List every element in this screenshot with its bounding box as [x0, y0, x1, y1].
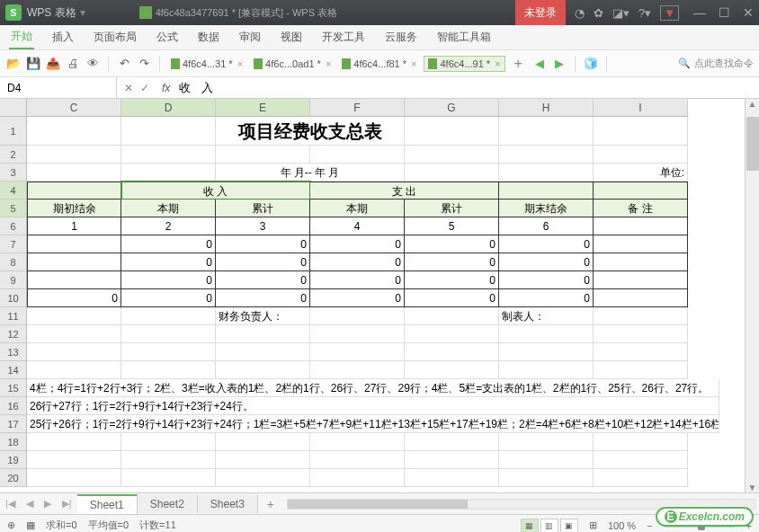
column-header[interactable]: D	[121, 99, 216, 116]
view-reading-button[interactable]: ▣	[560, 519, 578, 533]
doc-tab-active[interactable]: 4f6c4...91 *×	[424, 56, 505, 72]
header-note[interactable]: 备 注	[594, 200, 688, 217]
data-cell[interactable]: 0	[405, 289, 499, 307]
row-header[interactable]: 13	[0, 343, 26, 361]
cell[interactable]	[27, 307, 121, 325]
cell[interactable]	[310, 325, 405, 343]
close-tab-icon[interactable]: ×	[326, 58, 331, 69]
scroll-up-icon[interactable]: ▲	[746, 99, 759, 109]
cell[interactable]	[499, 361, 594, 379]
col-num[interactable]: 1	[27, 217, 121, 235]
menu-formula[interactable]: 公式	[155, 26, 180, 49]
cell[interactable]	[594, 361, 688, 379]
cell[interactable]	[121, 361, 216, 379]
cell[interactable]	[594, 117, 688, 146]
cell[interactable]	[27, 451, 121, 469]
preview-icon[interactable]: 👁	[85, 56, 101, 72]
print-icon[interactable]: 🖨	[65, 56, 81, 72]
row-header[interactable]: 3	[0, 164, 26, 182]
sheet-prev-icon[interactable]: ◀	[21, 498, 39, 510]
header-cur[interactable]: 本期	[121, 200, 216, 217]
data-cell[interactable]: 0	[216, 289, 310, 307]
help-icon[interactable]: ?▾	[638, 6, 651, 20]
cancel-formula-icon[interactable]: ✕	[124, 82, 133, 94]
data-cell[interactable]: 0	[499, 271, 594, 289]
close-tab-icon[interactable]: ×	[411, 58, 416, 69]
vertical-scrollbar[interactable]: ▲ ▼	[745, 99, 759, 492]
menu-layout[interactable]: 页面布局	[92, 26, 138, 49]
data-cell[interactable]: 0	[405, 235, 499, 253]
menu-smart[interactable]: 智能工具箱	[435, 26, 493, 49]
fx-icon[interactable]: fx	[156, 82, 175, 94]
cell[interactable]	[499, 433, 594, 451]
doc-tab[interactable]: 4f6c4...31 *×	[167, 57, 246, 71]
cell[interactable]	[594, 217, 688, 235]
cell[interactable]	[310, 307, 405, 325]
data-cell[interactable]: 0	[499, 289, 594, 307]
cell[interactable]	[121, 146, 216, 164]
sheet-next-icon[interactable]: ▶	[39, 498, 57, 510]
cell[interactable]	[27, 325, 121, 343]
doc-tab[interactable]: 4f6c...0ad1 *×	[250, 57, 335, 71]
cell[interactable]	[405, 433, 499, 451]
unit[interactable]: 单位:	[594, 164, 688, 182]
sheet-first-icon[interactable]: |◀	[0, 498, 21, 510]
column-header[interactable]: E	[216, 99, 310, 116]
cell[interactable]	[27, 469, 121, 487]
data-cell[interactable]: 0	[310, 271, 405, 289]
cell[interactable]	[594, 253, 688, 271]
cell[interactable]	[310, 361, 405, 379]
row-header[interactable]: 2	[0, 146, 26, 164]
sheet-tab[interactable]: Sheet2	[138, 495, 198, 513]
cell[interactable]	[216, 146, 310, 164]
view-page-button[interactable]: ▥	[540, 519, 558, 533]
cell[interactable]	[594, 307, 688, 325]
cell[interactable]	[594, 469, 688, 487]
cell[interactable]	[594, 146, 688, 164]
cell[interactable]	[216, 469, 310, 487]
cell[interactable]	[405, 451, 499, 469]
cell[interactable]	[594, 451, 688, 469]
cell[interactable]	[121, 325, 216, 343]
data-cell[interactable]: 0	[310, 235, 405, 253]
maximize-button[interactable]: ☐	[719, 5, 730, 20]
cell[interactable]	[499, 451, 594, 469]
row-header[interactable]: 11	[0, 307, 26, 325]
open-icon[interactable]: 📂	[5, 56, 22, 72]
export-icon[interactable]: 📤	[45, 56, 61, 72]
share-icon[interactable]: 🧊	[583, 56, 599, 72]
grid[interactable]: 项目经费收支总表年 月-- 年 月单位:收 入支 出期初结余本期累计本期累计期末…	[27, 117, 745, 487]
data-cell[interactable]	[27, 271, 121, 289]
cell[interactable]	[310, 146, 405, 164]
cell[interactable]	[121, 117, 216, 146]
dropdown-icon[interactable]: ▾	[80, 6, 85, 19]
row-header[interactable]: 10	[0, 289, 26, 307]
data-cell[interactable]: 0	[310, 253, 405, 271]
header-end[interactable]	[499, 182, 594, 200]
data-cell[interactable]: 0	[27, 289, 121, 307]
column-header[interactable]: F	[310, 99, 405, 116]
note-cell[interactable]: 4栏；4行=1行+2行+3行；2栏、3栏=收入表的1栏、2栏的1行、26行、27…	[27, 379, 719, 397]
gear-icon[interactable]: ✿	[594, 6, 603, 20]
select-all-corner[interactable]	[0, 99, 27, 117]
data-cell[interactable]: 0	[121, 289, 216, 307]
period[interactable]: 年 月-- 年 月	[216, 164, 405, 182]
cell[interactable]	[216, 361, 310, 379]
cell[interactable]	[499, 117, 594, 146]
header-note[interactable]	[594, 182, 688, 200]
note-cell[interactable]: 25行+26行；1行=2行+9行+14行+23行+24行；1栏=3栏+5栏+7栏…	[27, 415, 719, 433]
cell[interactable]	[216, 451, 310, 469]
maker[interactable]: 制表人：	[499, 307, 594, 325]
cell[interactable]	[310, 343, 405, 361]
cell[interactable]	[121, 343, 216, 361]
minimize-button[interactable]: —	[693, 5, 706, 20]
data-cell[interactable]: 0	[216, 253, 310, 271]
cell[interactable]	[499, 325, 594, 343]
menu-start[interactable]: 开始	[9, 25, 34, 49]
save-icon[interactable]: 💾	[25, 56, 41, 72]
data-cell[interactable]: 0	[121, 253, 216, 271]
cell[interactable]	[27, 433, 121, 451]
data-cell[interactable]: 0	[499, 253, 594, 271]
cell[interactable]	[499, 164, 594, 182]
cell[interactable]	[405, 361, 499, 379]
